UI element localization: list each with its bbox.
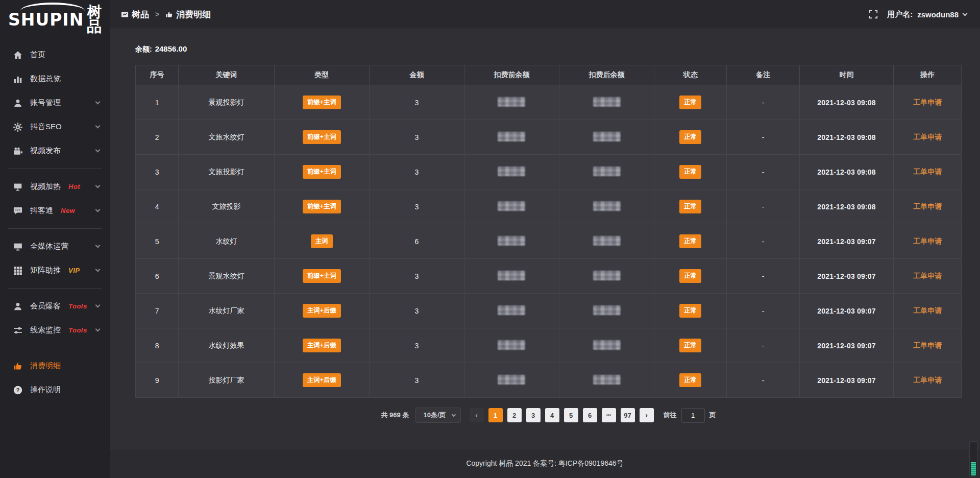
cell-balance-after xyxy=(559,189,654,224)
page-size-select[interactable]: 10条/页 xyxy=(415,408,460,423)
work-order-link[interactable]: 工单申请 xyxy=(913,341,942,349)
page-button-5[interactable]: 5 xyxy=(564,408,578,422)
page-button-6[interactable]: 6 xyxy=(583,408,597,422)
cell-remark: - xyxy=(727,224,799,259)
cell-balance-after xyxy=(559,155,654,189)
cell-amount: 3 xyxy=(369,328,464,363)
status-tag: 正常 xyxy=(679,373,701,387)
cell-time: 2021-12-03 09:08 xyxy=(799,155,893,189)
cell-balance-after xyxy=(559,224,654,259)
sidebar-item-account-management[interactable]: 账号管理 xyxy=(0,91,110,115)
cell-index: 3 xyxy=(136,155,179,189)
cell-action: 工单申请 xyxy=(894,363,962,398)
cell-amount: 3 xyxy=(369,189,464,224)
work-order-link[interactable]: 工单申请 xyxy=(913,202,942,210)
cell-type: 主词+后缀 xyxy=(274,328,369,363)
cell-remark: - xyxy=(727,259,799,294)
cell-balance-before xyxy=(464,224,559,259)
mini-scrollbar-widget[interactable] xyxy=(969,441,977,477)
page-ellipsis-button[interactable]: ••• xyxy=(602,408,616,422)
cell-status: 正常 xyxy=(654,189,727,224)
type-tag: 主词+后缀 xyxy=(303,373,341,387)
work-order-link[interactable]: 工单申请 xyxy=(913,376,942,384)
sidebar-item-badge: VIP xyxy=(68,267,80,274)
chevron-down-icon xyxy=(95,243,101,248)
work-order-link[interactable]: 工单申请 xyxy=(913,237,942,245)
cell-balance-after xyxy=(559,259,654,294)
sidebar-item-consumption-detail[interactable]: 消费明细 xyxy=(0,354,110,378)
cell-balance-after xyxy=(559,328,654,363)
page-next-button[interactable]: › xyxy=(640,408,654,422)
breadcrumb-item[interactable]: 树品 xyxy=(121,9,149,20)
goto-page-input[interactable] xyxy=(681,408,705,423)
cell-action: 工单申请 xyxy=(894,85,962,120)
column-header-time: 时间 xyxy=(799,65,893,85)
cell-keyword: 文旅投影 xyxy=(179,189,275,224)
cell-balance-before xyxy=(464,155,559,189)
sidebar-item-label: 会员爆客 xyxy=(30,301,61,311)
sidebar-item-data-overview[interactable]: 数据总览 xyxy=(0,67,110,91)
cell-time: 2021-12-03 09:08 xyxy=(799,120,893,155)
cell-status: 正常 xyxy=(654,294,727,328)
page-button-2[interactable]: 2 xyxy=(507,408,522,422)
page-button-97[interactable]: 97 xyxy=(621,408,635,422)
grid-icon xyxy=(13,266,22,275)
status-tag: 正常 xyxy=(679,304,701,318)
table-row: 2文旅水纹灯前缀+主词3正常-2021-12-03 09:08工单申请 xyxy=(136,120,962,155)
sidebar: SHUPIN 树品 首页数据总览账号管理抖音SEO视频发布视频加热Hot抖客通N… xyxy=(0,0,110,478)
work-order-link[interactable]: 工单申请 xyxy=(913,168,942,176)
goto-label: 前往 xyxy=(664,411,677,420)
cell-time: 2021-12-03 09:07 xyxy=(799,259,893,294)
cell-remark: - xyxy=(727,85,799,120)
page-button-3[interactable]: 3 xyxy=(526,408,541,422)
sidebar-item-badge: Tools xyxy=(68,302,87,310)
work-order-link[interactable]: 工单申请 xyxy=(913,272,942,280)
cell-index: 6 xyxy=(136,259,179,294)
total-count: 共 969 条 xyxy=(381,411,409,420)
work-order-link[interactable]: 工单申请 xyxy=(913,133,942,141)
cell-time: 2021-12-03 09:08 xyxy=(799,189,893,224)
censored-value xyxy=(498,375,525,385)
sidebar-item-video-publish[interactable]: 视频发布 xyxy=(0,139,110,163)
user-menu[interactable]: 用户名: zswodun88 xyxy=(887,10,967,19)
logo-text-en: SHUPIN xyxy=(8,11,84,28)
cell-balance-before xyxy=(464,120,559,155)
page-prev-button[interactable]: ‹ xyxy=(470,408,484,422)
monitor-icon xyxy=(13,242,22,251)
cell-index: 1 xyxy=(136,85,179,120)
censored-value xyxy=(593,132,621,141)
sidebar-item-douyin-seo[interactable]: 抖音SEO xyxy=(0,115,110,139)
screen-icon xyxy=(13,182,22,192)
sidebar-item-operation-guide[interactable]: ?操作说明 xyxy=(0,378,110,402)
cell-index: 4 xyxy=(136,189,179,224)
cell-index: 9 xyxy=(136,363,179,398)
status-tag: 正常 xyxy=(679,95,701,109)
page-button-1[interactable]: 1 xyxy=(488,408,503,422)
cell-time: 2021-12-03 09:07 xyxy=(799,294,893,328)
status-tag: 正常 xyxy=(679,234,701,248)
sidebar-item-video-heat[interactable]: 视频加热Hot xyxy=(0,175,110,199)
username-value: zswodun88 xyxy=(917,10,959,19)
fullscreen-icon[interactable] xyxy=(869,10,878,19)
status-tag: 正常 xyxy=(679,339,701,352)
work-order-link[interactable]: 工单申请 xyxy=(913,306,942,315)
sidebar-item-all-media[interactable]: 全媒体运营 xyxy=(0,234,110,258)
chevron-down-icon xyxy=(95,303,101,308)
sidebar-item-clue-monitor[interactable]: 线索监控Tools xyxy=(0,318,110,342)
sidebar-item-matrix-boost[interactable]: 矩阵助推VIP xyxy=(0,258,110,282)
breadcrumb-item[interactable]: 消费明细 xyxy=(165,9,211,20)
sidebar-item-member-burst[interactable]: 会员爆客Tools xyxy=(0,294,110,318)
column-header-balance-after: 扣费后余额 xyxy=(559,65,654,85)
page-button-4[interactable]: 4 xyxy=(545,408,559,422)
work-order-link[interactable]: 工单申请 xyxy=(913,98,942,106)
sidebar-item-label: 矩阵助推 xyxy=(30,266,61,275)
cell-action: 工单申请 xyxy=(894,155,962,189)
cell-balance-before xyxy=(464,328,559,363)
sidebar-item-douketong[interactable]: 抖客通New xyxy=(0,199,110,223)
sidebar-item-home[interactable]: 首页 xyxy=(0,43,110,67)
cell-amount: 3 xyxy=(369,120,464,155)
censored-value xyxy=(498,271,525,280)
goto-unit: 页 xyxy=(709,411,716,420)
bar-chart-icon xyxy=(13,75,22,84)
sidebar-item-label: 视频加热 xyxy=(30,182,61,192)
